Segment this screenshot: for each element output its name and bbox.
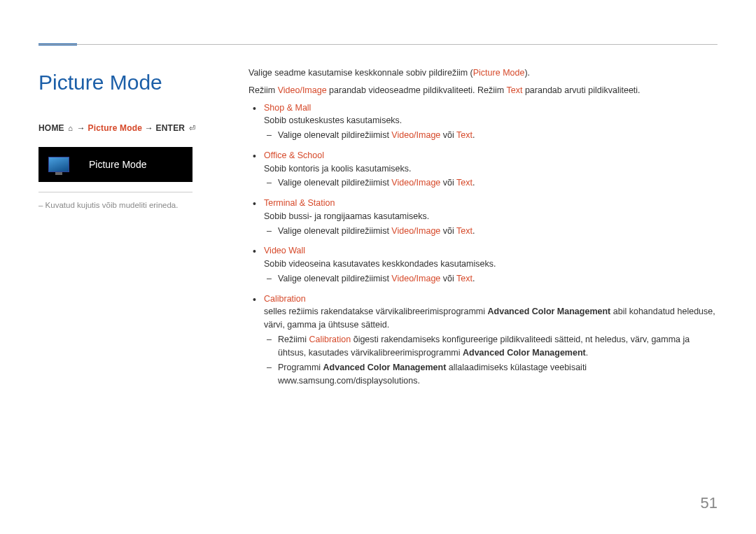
t-post: . [472, 226, 475, 236]
mode-wall-head: Video Wall [264, 246, 305, 255]
mode-office-desc: Sobib kontoris ja koolis kasutamiseks. [264, 162, 718, 176]
o-post: . [472, 178, 475, 188]
mode-calibration: Calibration selles režiimis rakendatakse… [264, 293, 718, 388]
cs1a: Režiimi [278, 335, 309, 344]
o-tx: Text [456, 178, 472, 188]
page-title: Picture Mode [38, 66, 220, 98]
calibration-head: Calibration [264, 294, 306, 304]
calibration-desc: selles režiimis rakendatakse värvikalibr… [264, 305, 718, 332]
breadcrumb-enter: ENTER [156, 123, 186, 133]
cal-da: selles režiimis rakendatakse värvikalibr… [264, 307, 488, 316]
s-pre: Valige olenevalt pildirežiimist [278, 130, 391, 140]
page-body: Picture Mode HOME ⌂ → Picture Mode → ENT… [0, 0, 756, 395]
w-tx: Text [456, 274, 472, 283]
l2-tx: Text [507, 85, 523, 95]
mode-list: Shop & Mall Sobib ostukeskustes kasutami… [248, 101, 718, 388]
w-vi: Video/Image [391, 274, 440, 283]
intro-suffix: ). [524, 68, 530, 78]
mode-wall: Video Wall Sobib videoseina kasutavates … [264, 244, 718, 285]
left-column: Picture Mode HOME ⌂ → Picture Mode → ENT… [38, 66, 248, 395]
mode-office: Office & School Sobib kontoris ja koolis… [264, 149, 718, 190]
intro-prefix: Valige seadme kasutamise keskkonnale sob… [248, 68, 473, 78]
s-post: . [472, 130, 475, 140]
cs1d: Advanced Color Management [463, 348, 586, 358]
o-vi: Video/Image [391, 178, 440, 188]
t-vi: Video/Image [391, 226, 440, 236]
breadcrumb-arrow-1: → [77, 123, 88, 133]
right-column: Valige seadme kasutamise keskkonnale sob… [248, 66, 718, 395]
intro-line: Valige seadme kasutamise keskkonnale sob… [248, 66, 718, 80]
mode-shop-head: Shop & Mall [264, 103, 311, 113]
home-icon: ⌂ [66, 122, 74, 134]
s-vi: Video/Image [391, 130, 440, 140]
calibration-sub1: Režiimi Calibration õigesti rakendamisek… [278, 333, 718, 360]
s-tx: Text [456, 130, 472, 140]
picture-mode-thumbnail: Picture Mode [38, 147, 192, 182]
w-mid: või [440, 274, 456, 283]
t-pre: Valige olenevalt pildirežiimist [278, 226, 391, 236]
cal-db: Advanced Color Management [488, 307, 611, 316]
mode-office-sub: Valige olenevalt pildirežiimist Video/Im… [278, 176, 718, 190]
mode-shop-sub: Valige olenevalt pildirežiimist Video/Im… [278, 129, 718, 142]
intro-line-2: Režiim Video/Image parandab videoseadme … [248, 84, 718, 97]
breadcrumb: HOME ⌂ → Picture Mode → ENTER ⏎ [38, 122, 220, 134]
breadcrumb-arrow-2: → [145, 123, 156, 133]
mode-terminal-head: Terminal & Station [264, 198, 335, 208]
monitor-icon [48, 157, 69, 172]
cs1b: Calibration [309, 335, 351, 344]
mode-wall-desc: Sobib videoseina kasutavates keskkondade… [264, 258, 718, 271]
o-mid: või [440, 178, 456, 188]
l2b: parandab videoseadme pildikvaliteeti. Re… [327, 85, 507, 95]
l2a: Režiim [248, 85, 278, 95]
mode-terminal: Terminal & Station Sobib bussi- ja rongi… [264, 197, 718, 237]
t-tx: Text [456, 226, 472, 236]
left-divider [38, 192, 192, 192]
header-rule [38, 44, 718, 45]
enter-icon: ⏎ [188, 122, 197, 134]
mode-shop-desc: Sobib ostukeskustes kasutamiseks. [264, 114, 718, 127]
calibration-sub2: Programmi Advanced Color Management alla… [278, 361, 718, 388]
mode-terminal-desc: Sobib bussi- ja rongijaamas kasutamiseks… [264, 210, 718, 223]
cs2b: Advanced Color Management [323, 363, 447, 372]
breadcrumb-step: Picture Mode [88, 123, 143, 133]
mode-shop: Shop & Mall Sobib ostukeskustes kasutami… [264, 101, 718, 142]
left-footnote: Kuvatud kujutis võib mudeliti erineda. [38, 199, 220, 211]
s-mid: või [440, 130, 456, 140]
cs1e: . [586, 348, 588, 358]
t-mid: või [440, 226, 456, 236]
intro-mode: Picture Mode [473, 68, 525, 78]
l2c: parandab arvuti pildikvaliteeti. [522, 85, 640, 95]
cs2a: Programmi [278, 363, 323, 372]
breadcrumb-home: HOME [38, 123, 64, 133]
mode-terminal-sub: Valige olenevalt pildirežiimist Video/Im… [278, 225, 718, 238]
thumbnail-label: Picture Mode [89, 157, 146, 172]
l2-vi: Video/Image [278, 85, 327, 95]
page-number: 51 [701, 491, 718, 514]
o-pre: Valige olenevalt pildirežiimist [278, 178, 391, 188]
mode-office-head: Office & School [264, 150, 324, 160]
w-pre: Valige olenevalt pildirežiimist [278, 274, 391, 283]
mode-wall-sub: Valige olenevalt pildirežiimist Video/Im… [278, 272, 718, 286]
w-post: . [472, 274, 475, 283]
